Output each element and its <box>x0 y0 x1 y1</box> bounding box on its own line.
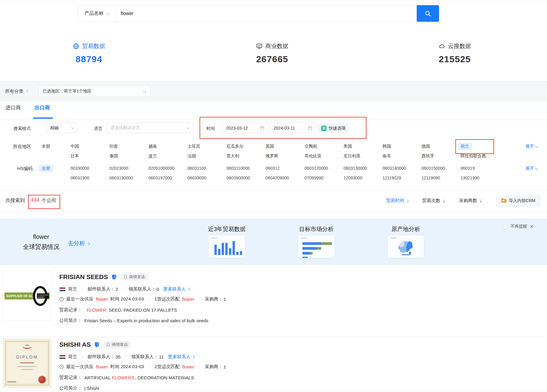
region-item[interactable]: 西班牙 <box>418 152 437 160</box>
stat-label: 贸易数据 <box>82 42 105 50</box>
date-to-input[interactable]: 2024-03-11 <box>270 123 316 133</box>
all-categories-link[interactable]: 所有分类 <box>5 88 28 94</box>
profile-text: Frisian Seeds – Experts in production an… <box>84 318 208 323</box>
sort-trade-count[interactable]: 贸易次数 ↓ <box>422 198 445 204</box>
company-logo[interactable]: SUPPLIER OF ALL SEEDS FLOWER BULB EXPERT… <box>3 271 51 321</box>
radar-tag[interactable]: 商情雷达 <box>103 341 131 348</box>
analysis-banner: flower 全球贸易情况 去分析 近3年贸易数据 目标市场分析 <box>0 218 547 265</box>
hs-code-item[interactable]: 0603110000 <box>223 165 253 172</box>
region-item[interactable]: 南非 <box>379 152 394 160</box>
region-item[interactable]: 中国 <box>67 143 82 150</box>
region-item[interactable]: 美国 <box>340 143 355 150</box>
hs-code-item[interactable]: 13021990 <box>457 174 482 182</box>
region-item[interactable]: 韩国 <box>379 143 394 150</box>
region-item[interactable]: 俄罗斯 <box>262 152 281 160</box>
hs-code-item[interactable]: 12119029 <box>379 174 404 182</box>
hs-code-item[interactable]: 0603197000 <box>145 174 175 182</box>
match-keyword: flower <box>182 297 194 302</box>
company-card: DIPLOM SHISHI AS 商情雷达 <box>3 339 541 392</box>
region-item[interactable]: 立陶宛 <box>301 143 320 150</box>
hs-code-item[interactable]: 0603140000 <box>379 165 409 172</box>
more-contacts-link[interactable]: 更多联系人 <box>168 354 194 360</box>
search-button[interactable] <box>417 5 439 22</box>
hs-code-item[interactable]: 0603900000 <box>223 174 253 182</box>
date-from-input[interactable]: 2023-03-12 <box>222 123 268 133</box>
region-item[interactable]: 印度 <box>106 143 121 150</box>
sort-trade-time[interactable]: 贸易时间 ↓ <box>386 198 409 204</box>
hs-code-item[interactable]: 0603190000 <box>106 174 136 182</box>
hs-code-item[interactable]: 12093000 <box>340 174 365 182</box>
company-card: SUPPLIER OF ALL SEEDS FLOWER BULB EXPERT… <box>3 271 541 336</box>
stat-cloud-data[interactable]: 云搜数据 215525 <box>439 42 471 64</box>
region-item[interactable]: 日本 <box>67 152 82 160</box>
hs-code-item[interactable]: 0604209000 <box>262 174 292 182</box>
region-item[interactable]: 尼日利亚 <box>340 152 363 160</box>
bar-chart-thumbnail[interactable] <box>209 236 245 258</box>
supply-prefix: 最近一次供应 <box>66 364 93 370</box>
search-mode-select[interactable]: 精确 <box>46 123 77 133</box>
sort-buyer-count[interactable]: 采购商数 ↓ <box>459 198 482 204</box>
hs-code-item[interactable]: 02091000000 <box>145 165 177 172</box>
quick-options-button[interactable]: ⌘ 快捷选项 <box>318 123 349 133</box>
tab-importers[interactable]: 进口商 <box>5 104 21 111</box>
selected-region-dropdown[interactable]: 已选地区：荷兰等1个地区 <box>38 85 151 97</box>
import-crm-button[interactable]: 导入内部CRM <box>496 195 541 207</box>
certificate-line <box>20 362 34 363</box>
hs-code-item[interactable]: 0603120000 <box>301 165 331 172</box>
hs-code-item[interactable]: 0603150000 <box>418 165 448 172</box>
tab-exporters[interactable]: 出口商 <box>34 104 50 111</box>
hs-code-item[interactable]: 06039000 <box>184 174 209 182</box>
region-item[interactable]: 波兰 <box>145 152 160 160</box>
hs-row-2: 0603190006031900000603197000060390000603… <box>67 174 497 182</box>
stat-label: 云搜数据 <box>448 42 471 50</box>
email-contacts-label: 邮件联系人： <box>88 354 115 360</box>
region-item[interactable]: 阿拉伯联合酋... <box>457 152 493 160</box>
hs-code-item[interactable]: 06031900 <box>67 174 92 182</box>
region-item-all[interactable]: 全部 <box>39 143 53 150</box>
region-item[interactable]: 越南 <box>145 143 160 150</box>
region-item[interactable]: 哥伦比亚 <box>301 152 324 160</box>
region-item[interactable]: 法国 <box>184 152 199 160</box>
hs-code-item[interactable]: 06031100 <box>184 165 209 172</box>
supply-keyword: flower <box>96 297 108 302</box>
stat-business-data[interactable]: 商业数据 267665 <box>256 42 288 64</box>
region-item[interactable]: 土耳其 <box>184 143 203 150</box>
hs-code-item[interactable]: 060312 <box>262 165 283 172</box>
close-icon[interactable]: × <box>530 224 533 229</box>
hs-code-item[interactable]: 02023000 <box>106 165 131 172</box>
hs-item-all[interactable]: 全部 <box>39 165 53 172</box>
search-category-select[interactable]: 产品名称 <box>78 5 116 21</box>
region-item[interactable]: 英国 <box>262 143 277 150</box>
company-name[interactable]: FRISIAN SEEDS <box>59 273 108 281</box>
china-map-thumbnail[interactable] <box>388 236 424 258</box>
region-item[interactable]: 荷兰 <box>457 143 472 150</box>
region-label: 所在地区 <box>13 144 31 149</box>
region-item[interactable]: 德国 <box>418 143 433 150</box>
banner-dismiss: 不再提醒 × <box>503 224 533 229</box>
hs-code-item[interactable]: 060319 <box>457 165 478 172</box>
divider <box>82 287 83 291</box>
hs-code-item[interactable]: 0603130000 <box>340 165 370 172</box>
clock-icon <box>59 365 64 369</box>
region-item[interactable]: 厄瓜多尔 <box>223 143 246 150</box>
search-input[interactable] <box>116 11 417 16</box>
hs-code-item[interactable]: 00330000 <box>67 165 92 172</box>
buyers-label: 采购商： <box>205 364 223 370</box>
region-item[interactable]: 泰国 <box>106 152 121 160</box>
radar-tag[interactable]: 商情雷达 <box>120 273 148 281</box>
dismiss-checkbox[interactable] <box>503 224 508 229</box>
trade-record-pre: ARTIFICUAL <box>84 375 111 380</box>
language-select[interactable]: 请选择翻译语言 <box>106 123 193 133</box>
buyers-label: 采购商： <box>205 296 223 302</box>
company-name[interactable]: SHISHI AS <box>59 341 91 348</box>
company-logo[interactable]: DIPLOM <box>3 339 51 388</box>
region-item[interactable]: 意大利 <box>223 152 242 160</box>
hs-code-item[interactable]: 07099990 <box>301 174 326 182</box>
analyze-link[interactable]: 去分析 <box>68 239 90 247</box>
hs-code-item[interactable]: 12119090 <box>418 174 443 182</box>
expand-regions-link[interactable]: 展开 <box>526 144 538 149</box>
hbar-chart-thumbnail[interactable] <box>298 236 334 258</box>
expand-hs-link[interactable]: 展开 <box>526 166 538 171</box>
stat-trade-data[interactable]: 贸易数据 88794 <box>73 42 105 64</box>
more-contacts-link[interactable]: 更多联系人 <box>163 286 190 292</box>
